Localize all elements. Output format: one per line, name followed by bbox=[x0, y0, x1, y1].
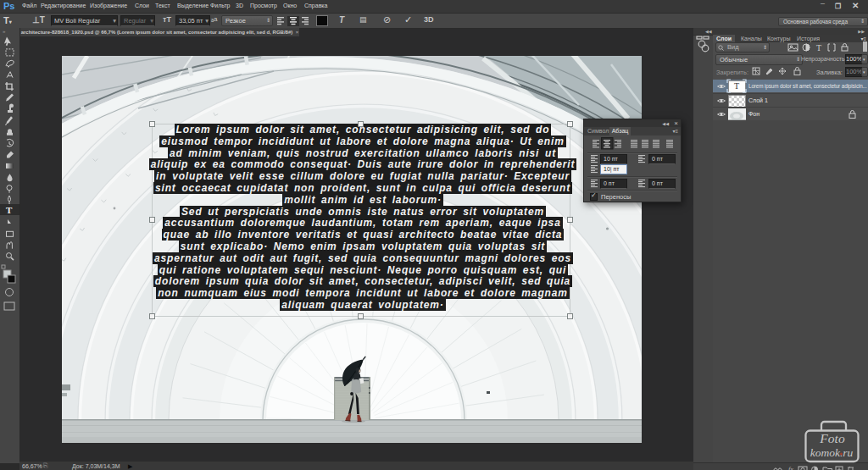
svg-text:T: T bbox=[816, 43, 821, 53]
svg-text:»: » bbox=[3, 29, 6, 34]
svg-text:fx: fx bbox=[788, 466, 793, 470]
svg-text:T: T bbox=[734, 81, 739, 91]
svg-text:komok.ru: komok.ru bbox=[810, 446, 854, 459]
svg-text:Foto: Foto bbox=[819, 431, 845, 445]
svg-text:T: T bbox=[6, 205, 13, 215]
